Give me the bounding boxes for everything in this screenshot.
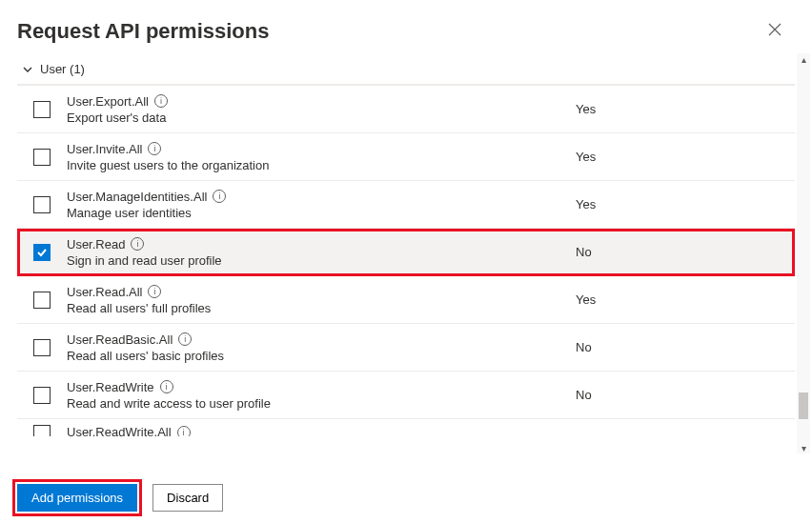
info-icon[interactable]: i bbox=[148, 142, 161, 155]
permission-checkbox[interactable] bbox=[33, 101, 51, 118]
scroll-thumb[interactable] bbox=[799, 392, 808, 419]
info-icon[interactable]: i bbox=[131, 237, 144, 251]
permission-name: User.Read bbox=[67, 237, 125, 251]
admin-consent-required: Yes bbox=[576, 292, 795, 307]
permission-description: Invite guest users to the organization bbox=[67, 158, 576, 172]
permission-name: User.ReadBasic.All bbox=[67, 332, 173, 347]
chevron-down-icon bbox=[21, 63, 34, 76]
table-row: User.ReadWrite.All i bbox=[17, 419, 795, 436]
permission-checkbox[interactable] bbox=[33, 244, 51, 261]
close-icon[interactable] bbox=[764, 17, 785, 45]
info-icon[interactable]: i bbox=[177, 426, 191, 437]
table-row: User.ManageIdentities.AlliManage user id… bbox=[17, 181, 795, 229]
group-label: User (1) bbox=[40, 62, 85, 76]
table-row: User.Read.AlliRead all users' full profi… bbox=[17, 276, 795, 324]
permission-name: User.ManageIdentities.All bbox=[67, 190, 207, 204]
table-row: User.Export.AlliExport user's dataYes bbox=[17, 86, 795, 133]
admin-consent-required: Yes bbox=[576, 197, 795, 211]
permission-name: User.Invite.All bbox=[67, 142, 142, 156]
info-icon[interactable]: i bbox=[178, 332, 192, 346]
permission-checkbox[interactable] bbox=[33, 339, 51, 356]
permission-name: User.Export.All bbox=[67, 94, 149, 109]
admin-consent-required: No bbox=[576, 340, 795, 354]
table-row: User.ReadBasic.AlliRead all users' basic… bbox=[17, 324, 795, 372]
permission-name: User.Read.All bbox=[67, 285, 142, 299]
permission-description: Manage user identities bbox=[67, 206, 576, 220]
permission-checkbox[interactable] bbox=[33, 196, 51, 213]
info-icon[interactable]: i bbox=[154, 94, 168, 108]
table-row: User.Invite.AlliInvite guest users to th… bbox=[17, 133, 795, 181]
add-permissions-button[interactable]: Add permissions bbox=[17, 484, 137, 512]
permissions-panel: User (1) User.Export.AlliExport user's d… bbox=[0, 54, 812, 454]
admin-consent-required: No bbox=[576, 245, 795, 259]
info-icon[interactable]: i bbox=[160, 380, 173, 393]
permission-name: User.ReadWrite bbox=[67, 380, 154, 394]
permission-checkbox[interactable] bbox=[33, 149, 51, 166]
permission-description: Read and write access to user profile bbox=[67, 396, 576, 411]
permission-description: Sign in and read user profile bbox=[67, 253, 576, 268]
permission-description: Read all users' basic profiles bbox=[67, 349, 576, 363]
admin-consent-required: No bbox=[576, 388, 795, 402]
discard-button[interactable]: Discard bbox=[152, 484, 223, 512]
permission-description: Export user's data bbox=[67, 111, 576, 125]
group-header-user[interactable]: User (1) bbox=[17, 54, 795, 85]
permission-checkbox[interactable] bbox=[33, 425, 51, 436]
table-row: User.ReadWriteiRead and write access to … bbox=[17, 372, 795, 419]
info-icon[interactable]: i bbox=[148, 285, 161, 298]
permission-checkbox[interactable] bbox=[33, 292, 51, 309]
scroll-up-icon[interactable]: ▴ bbox=[798, 53, 809, 65]
permission-name: User.ReadWrite.All bbox=[67, 425, 172, 436]
table-row: User.ReadiSign in and read user profileN… bbox=[17, 229, 795, 276]
admin-consent-required: Yes bbox=[576, 150, 795, 164]
admin-consent-required: Yes bbox=[576, 102, 795, 116]
info-icon[interactable]: i bbox=[213, 190, 226, 203]
scrollbar[interactable]: ▴ ▾ bbox=[797, 53, 810, 453]
page-title: Request API permissions bbox=[17, 19, 269, 44]
permission-description: Read all users' full profiles bbox=[67, 301, 576, 315]
permission-checkbox[interactable] bbox=[33, 387, 51, 404]
scroll-down-icon[interactable]: ▾ bbox=[798, 442, 809, 453]
